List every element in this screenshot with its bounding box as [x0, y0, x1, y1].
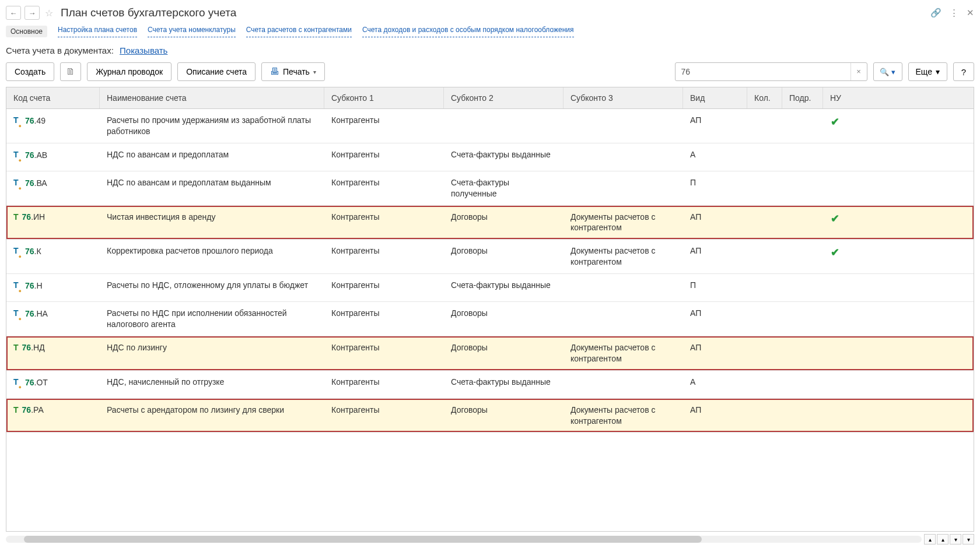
cell-nu [823, 171, 846, 205]
cell-name: Расчеты по НДС при исполнении обязанност… [100, 302, 324, 336]
cell-subkonto1: Контрагенты [324, 109, 444, 143]
col-subkonto2[interactable]: Субконто 2 [444, 87, 564, 108]
nav-back-button[interactable]: ← [6, 6, 21, 20]
caret-down-icon: ▾ [891, 68, 895, 76]
cell-nu [823, 371, 846, 398]
more-label: Еще [916, 67, 933, 76]
scroll-down-button[interactable]: ▾ [950, 534, 961, 545]
tab-bar: Основное Настройка плана счетов Счета уч… [6, 22, 974, 43]
magnifier-icon: 🔍 [880, 68, 889, 76]
docs-accounts-label: Счета учета в документах: [6, 45, 114, 55]
cell-subkonto3: Документы расчетов с контрагентом [564, 206, 683, 240]
cell-subkonto3 [564, 274, 683, 301]
scroll-top-button[interactable]: ▴ [924, 534, 936, 545]
nav-forward-button[interactable]: → [24, 6, 40, 20]
checkmark-icon: ✔ [831, 245, 839, 259]
create-button[interactable]: Создать [6, 62, 54, 81]
journal-button[interactable]: Журнал проводок [87, 62, 172, 81]
cell-name: Расчеты по прочим удержаниям из заработн… [100, 109, 324, 143]
cell-code: T●76.К [6, 240, 100, 273]
cell-kol [747, 206, 782, 240]
scrollbar-thumb[interactable] [24, 536, 702, 543]
docs-accounts-toggle-link[interactable]: Показывать [120, 45, 167, 55]
cell-kol [747, 109, 782, 143]
cell-podr [782, 240, 823, 273]
cell-name: НДС по авансам и предоплатам выданным [100, 171, 324, 205]
table-row[interactable]: T●76.ВАНДС по авансам и предоплатам выда… [6, 171, 974, 206]
scroll-up-button[interactable]: ▴ [937, 534, 949, 545]
accounts-table: Код счета Наименование счета Субконто 1 … [6, 87, 974, 532]
help-button[interactable]: ? [953, 62, 974, 81]
table-row[interactable]: T76.РАРасчеты с арендатором по лизингу д… [6, 399, 974, 433]
table-row[interactable]: T76.НДНДС по лизингуКонтрагентыДоговорыД… [6, 336, 974, 371]
col-vid[interactable]: Вид [683, 87, 747, 108]
tab-tax-order[interactable]: Счета доходов и расходов с особым порядк… [362, 26, 574, 37]
cell-subkonto1: Контрагенты [324, 171, 444, 205]
col-subkonto1[interactable]: Субконто 1 [324, 87, 444, 108]
cell-nu: ✔ [823, 109, 846, 143]
account-type-icon: T● [13, 177, 22, 189]
table-row[interactable]: T●76.ОТНДС, начисленный по отгрузкеКонтр… [6, 371, 974, 399]
cell-subkonto2: Договоры [444, 302, 564, 336]
cell-kol [747, 336, 782, 370]
cell-name: НДС по лизингу [100, 336, 324, 370]
tab-main[interactable]: Основное [6, 26, 47, 37]
table-row[interactable]: T●76.АВНДС по авансам и предоплатамКонтр… [6, 143, 974, 171]
account-type-icon: T● [13, 280, 22, 292]
cell-name: Расчеты с арендатором по лизингу для све… [100, 399, 324, 433]
col-code[interactable]: Код счета [6, 87, 100, 108]
cell-nu [823, 336, 846, 370]
more-button[interactable]: Еще ▾ [908, 62, 948, 81]
clear-search-icon[interactable]: × [850, 63, 867, 80]
cell-name: Расчеты по НДС, отложенному для уплаты в… [100, 274, 324, 301]
account-type-icon: T● [13, 377, 22, 389]
account-type-icon: T [13, 342, 19, 353]
account-type-icon: T [13, 212, 19, 223]
search-input[interactable] [676, 67, 850, 76]
cell-subkonto2: Счета-фактуры выданные [444, 274, 564, 301]
col-podr[interactable]: Подр. [782, 87, 823, 108]
account-type-icon: T● [13, 149, 22, 161]
cell-nu [823, 274, 846, 301]
cell-code: T76.НД [6, 336, 100, 370]
cell-vid: АП [683, 399, 747, 433]
favorite-star-icon[interactable]: ☆ [43, 7, 55, 19]
account-code: 76.НД [22, 342, 45, 353]
account-description-button[interactable]: Описание счета [177, 62, 256, 81]
table-row[interactable]: T●76.НАРасчеты по НДС при исполнении обя… [6, 302, 974, 336]
table-row[interactable]: T●76.НРасчеты по НДС, отложенному для уп… [6, 274, 974, 302]
kebab-menu-icon[interactable]: ⋮ [950, 8, 958, 18]
table-row[interactable]: T●76.ККорректировка расчетов прошлого пе… [6, 240, 974, 274]
cell-code: T76.РА [6, 399, 100, 433]
table-row[interactable]: T●76.49Расчеты по прочим удержаниям из з… [6, 109, 974, 143]
cell-vid: П [683, 274, 747, 301]
cell-code: T●76.ВА [6, 171, 100, 205]
link-icon[interactable]: 🔗 [930, 8, 942, 18]
col-subkonto3[interactable]: Субконто 3 [564, 87, 683, 108]
tab-counterparty[interactable]: Счета расчетов с контрагентами [246, 26, 352, 37]
account-code: 76.ВА [25, 178, 47, 189]
search-button[interactable]: 🔍 ▾ [873, 62, 902, 81]
col-kol[interactable]: Кол. [747, 87, 782, 108]
close-icon[interactable]: ✕ [967, 8, 974, 18]
print-button[interactable]: 🖶 Печать ▾ [261, 62, 325, 81]
cell-subkonto2: Договоры [444, 206, 564, 240]
document-icon-button[interactable]: 🗎 [60, 62, 81, 81]
cell-podr [782, 109, 823, 143]
col-name[interactable]: Наименование счета [100, 87, 324, 108]
scroll-bottom-button[interactable]: ▾ [963, 534, 974, 545]
account-code: 76.ОТ [25, 377, 48, 388]
tab-nomenclature[interactable]: Счета учета номенклатуры [148, 26, 236, 37]
tab-plan-settings[interactable]: Настройка плана счетов [58, 26, 137, 37]
table-row[interactable]: T76.ИНЧистая инвестиция в арендуКонтраге… [6, 206, 974, 240]
cell-subkonto3 [564, 171, 683, 205]
cell-vid: АП [683, 302, 747, 336]
cell-subkonto2: Счета-фактуры полученные [444, 171, 564, 205]
col-nu[interactable]: НУ [823, 87, 846, 108]
horizontal-scrollbar[interactable] [6, 536, 922, 543]
account-type-icon: T● [13, 308, 22, 320]
cell-kol [747, 371, 782, 398]
cell-kol [747, 274, 782, 301]
account-code: 76.К [25, 246, 41, 257]
account-code: 76.ИН [22, 212, 46, 223]
